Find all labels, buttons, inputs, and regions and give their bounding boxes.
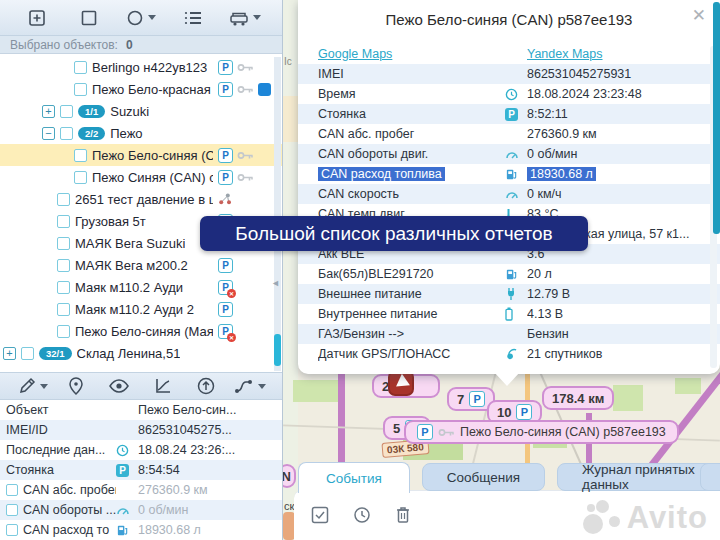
tree-item-label: Грузовая 5т [75,214,146,229]
tree-scrollbar-thumb[interactable] [274,334,281,366]
collapse-sidebar-icon[interactable]: ◄ [271,278,280,288]
route-button[interactable] [231,376,268,396]
expander-icon[interactable]: + [42,105,55,118]
location-button[interactable] [57,376,94,396]
gauge-icon [116,505,138,516]
info-row[interactable]: Объект Пежо Бело-син... [0,400,282,420]
tree-checkbox[interactable] [57,193,70,206]
popup-row[interactable]: CAN обороты двиг. 0 об/мин [298,144,720,164]
tree-checkbox[interactable] [57,281,70,294]
tree-item[interactable]: Пежо Бело-синяя (С P [0,144,282,166]
tree-item-label: МАЯК Вега Suzuki [75,236,185,251]
info-row[interactable]: CAN расход то 18930.68 л [0,520,282,540]
tree-checkbox[interactable] [74,61,87,74]
popup-row[interactable]: Внутреннее питание 4.13 В [298,304,720,324]
select-area-button[interactable] [68,8,111,28]
tree-item[interactable]: Berlingo н422ув123 P [0,56,282,78]
info-row[interactable]: Стоянка P 8:54:54 [0,460,282,480]
tree-item[interactable]: − 2/2 Пежо [0,122,282,144]
delete-icon[interactable] [394,505,412,528]
history-icon[interactable] [352,505,372,528]
popup-row[interactable]: Датчик GPS/ГЛОНАСС 21 спутников [298,344,720,364]
close-icon[interactable]: ✕ [692,7,706,24]
tree-checkbox[interactable] [57,215,70,228]
popup-row[interactable]: CAN скорость 0 км/ч [298,184,720,204]
tree-item-icons: P [218,60,280,75]
chart-button[interactable] [144,376,181,396]
group-count-badge: 32/1 [39,347,72,360]
selected-objects-count: 0 [126,38,133,52]
tab[interactable]: События [298,462,410,493]
map-street-label-text: Iс [284,56,292,67]
popup-row-value: 862531045275931 [527,67,631,81]
add-object-button[interactable] [16,8,59,28]
tree-checkbox[interactable] [74,171,87,184]
parking-icon: P [218,302,233,317]
popup-row[interactable]: CAN расход топлива 18930.68 л [298,164,720,184]
popup-row-value: Бензин [527,327,569,341]
clock-icon [505,88,527,101]
popup-row[interactable]: Внешнее питание 12.79 В [298,284,720,304]
tree-checkbox[interactable] [74,149,87,162]
popup-row[interactable]: Стоянка P 8:52:11 [298,104,720,124]
tree-checkbox[interactable] [60,105,73,118]
select-all-icon[interactable] [310,505,330,528]
map-green-area [613,385,643,411]
battery-icon [505,307,527,321]
expander-icon[interactable]: + [3,347,16,360]
info-row[interactable]: IMEI/ID 862531045275... [0,420,282,440]
yandex-maps-link[interactable]: Yandex Maps [527,47,603,61]
tree-scrollbar[interactable] [274,57,281,371]
popup-row[interactable]: IMEI 862531045275931 [298,64,720,84]
popup-title: Пежо Бело-синяя (CAN) p587ee193 [298,0,720,44]
tree-item[interactable]: Пежо Синяя (CAN) с P [0,166,282,188]
list-view-button[interactable] [171,8,214,28]
tree-item[interactable]: МАЯК Вега м200.2 P [0,254,282,276]
tree-item[interactable]: Пежо Бело-синяя (Мая P [0,320,282,342]
popup-row[interactable]: Бак(65л)BLE291720 20 л [298,264,720,284]
tab-partial[interactable] [700,463,720,491]
object-tools-toolbar [0,372,282,400]
tree-checkbox[interactable] [57,237,70,250]
edit-button[interactable] [14,376,51,396]
popup-row[interactable]: ГАЗ/Бензин --> Бензин [298,324,720,344]
map-marker[interactable]: 178.4 км [542,386,614,410]
parking-icon: P [218,148,233,163]
sensor-checkbox[interactable] [6,524,18,536]
tree-checkbox[interactable] [74,83,87,96]
tree-checkbox[interactable] [57,259,70,272]
visibility-button[interactable] [101,378,138,394]
tree-item[interactable]: Маяк м110.2 Ауди P [0,276,282,298]
tree-checkbox[interactable] [21,347,34,360]
popup-scrollbar-thumb[interactable] [713,2,720,234]
tree-checkbox[interactable] [60,127,73,140]
sensor-checkbox[interactable] [6,484,18,496]
google-maps-link[interactable]: Google Maps [318,47,392,61]
tab[interactable]: Журнал принятых данных [557,463,720,491]
popup-row[interactable]: CAN абс. пробег 276360.9 км [298,124,720,144]
info-row[interactable]: CAN обороты ... 0 об/мин [0,500,282,520]
map-marker[interactable]: 2 P [372,374,440,398]
tree-checkbox[interactable] [57,303,70,316]
p-icon: P [116,464,138,477]
circle-filter-button[interactable] [120,8,163,28]
tab[interactable]: Сообщения [422,463,545,491]
info-row[interactable]: Последние дан... 18.08.24 23:26:... [0,440,282,460]
marker-label: Пежо Бело-синяя (CAN) p587ee193 [460,425,666,439]
tree-item[interactable]: Пежо Бело-красная P [0,78,282,100]
info-row[interactable]: CAN абс. пробег 276360.9 км [0,480,282,500]
tree-item[interactable]: Маяк м110.2 Ауди 2 P [0,298,282,320]
send-up-button[interactable] [187,376,224,396]
map-marker[interactable]: Пежо Бело-синяя (CAN) p587ee193 P [404,420,679,444]
popup-row-label: Стоянка [318,107,366,121]
map-street-label: Iс [284,56,292,67]
tree-item[interactable]: + 1/1 Suzuki [0,100,282,122]
popup-row-label: CAN скорость [318,187,399,201]
tree-checkbox[interactable] [57,325,70,338]
expander-icon[interactable]: − [42,127,55,140]
tree-item[interactable]: 2651 тест давление в ш [0,188,282,210]
popup-row[interactable]: Время 18.08.2024 23:23:48 [298,84,720,104]
vehicle-filter-button[interactable] [223,9,266,27]
tree-item[interactable]: + 32/1 Склад Ленина,51 [0,342,282,364]
sensor-checkbox[interactable] [6,504,18,516]
